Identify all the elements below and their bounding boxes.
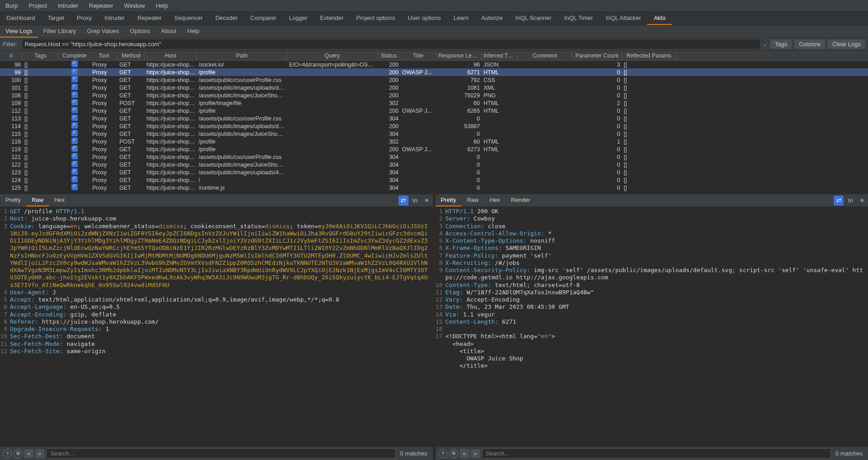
col-comment[interactable]: Comment: [518, 52, 572, 60]
subtab-grep-values[interactable]: Grep Values: [81, 25, 124, 38]
col-inferred-type[interactable]: Inferred Type: [482, 52, 518, 60]
clear-logs-button[interactable]: Clear Logs: [828, 39, 865, 49]
table-body[interactable]: 98 [] Proxy GET https://juice-shop.... /…: [0, 61, 868, 192]
next-match-button[interactable]: >: [35, 449, 44, 458]
col-complete[interactable]: Complete: [59, 52, 90, 60]
pane-tab-raw[interactable]: Raw: [26, 194, 49, 206]
gear-icon[interactable]: ⚙: [14, 449, 23, 458]
response-editor[interactable]: 1HTTP/1.1 200 OK2Server: Cowboy3Connecti…: [436, 207, 868, 446]
request-editor[interactable]: 1GET /profile HTTP/1.12Host: juice-shop.…: [0, 207, 433, 446]
tab-repeater[interactable]: Repeater: [131, 12, 168, 25]
gear-icon[interactable]: ⚙: [449, 449, 458, 458]
col--[interactable]: #: [0, 52, 23, 60]
menu-intruder[interactable]: Intruder: [56, 1, 80, 10]
response-search-input[interactable]: Search...: [482, 448, 831, 459]
menu-window[interactable]: Window: [122, 1, 147, 10]
response-tabs: PrettyRawHexRender ⇄ \n ≡: [436, 194, 868, 207]
code-line: 17<!DOCTYPE html><html lang="en">: [436, 333, 868, 340]
menu-repeater[interactable]: Repeater: [87, 1, 115, 10]
col-status[interactable]: Status: [378, 52, 400, 60]
pane-tab-raw[interactable]: Raw: [461, 194, 484, 206]
table-row[interactable]: 106 [] Proxy GET https://juice-shop.... …: [0, 91, 868, 99]
tab-inql-timer[interactable]: InQL Timer: [558, 12, 599, 25]
checkbox-icon: [71, 153, 78, 159]
pane-tab-hex[interactable]: Hex: [49, 194, 70, 206]
subtab-options[interactable]: Options: [124, 25, 156, 38]
table-row[interactable]: 119 [] Proxy GET https://juice-shop.... …: [0, 145, 868, 153]
table-row[interactable]: 100 [] Proxy GET https://juice-shop.... …: [0, 76, 868, 84]
next-match-button[interactable]: >: [471, 449, 480, 458]
tab-proxy[interactable]: Proxy: [71, 12, 98, 25]
tab-project-options[interactable]: Project options: [350, 12, 402, 25]
pane-tab-pretty[interactable]: Pretty: [436, 194, 462, 206]
checkbox-icon: [71, 68, 78, 75]
tab-learn[interactable]: Learn: [447, 12, 475, 25]
tab-target[interactable]: Target: [42, 12, 71, 25]
tab-akto[interactable]: Akto: [647, 12, 672, 25]
tags-button[interactable]: Tags: [770, 39, 792, 49]
request-search-input[interactable]: Search...: [46, 448, 396, 459]
table-row[interactable]: 123 [] Proxy GET https://juice-shop.... …: [0, 168, 868, 176]
tab-intruder[interactable]: Intruder: [98, 12, 131, 25]
colorize-button[interactable]: Colorize: [794, 39, 825, 49]
table-row[interactable]: 101 [] Proxy GET https://juice-shop.... …: [0, 84, 868, 91]
hamburger-icon[interactable]: ≡: [857, 196, 867, 206]
tab-user-options[interactable]: User options: [402, 12, 447, 25]
menu-project[interactable]: Project: [27, 1, 48, 10]
col-response-length[interactable]: Response Length: [436, 52, 482, 60]
tab-inql-attacker[interactable]: InQL Attacker: [599, 12, 647, 25]
col-parameter-count[interactable]: Parameter Count: [572, 52, 622, 60]
table-row[interactable]: 124 [] Proxy GET https://juice-shop.... …: [0, 176, 868, 184]
col-query[interactable]: Query: [287, 52, 378, 60]
table-row[interactable]: 121 [] Proxy GET https://juice-shop.... …: [0, 153, 868, 161]
tab-decoder[interactable]: Decoder: [209, 12, 244, 25]
actions-icon[interactable]: ⇄: [398, 196, 408, 206]
pane-tab-pretty[interactable]: Pretty: [0, 194, 26, 206]
tab-extender[interactable]: Extender: [314, 12, 350, 25]
col-path[interactable]: Path: [197, 52, 287, 60]
help-icon[interactable]: ?: [3, 449, 12, 458]
request-bottom-bar: ? ⚙ < > Search... 0 matches: [0, 446, 433, 460]
newline-icon[interactable]: \n: [410, 196, 420, 206]
table-row[interactable]: 122 [] Proxy GET https://juice-shop.... …: [0, 161, 868, 168]
tab-comparer[interactable]: Comparer: [244, 12, 283, 25]
subtab-help[interactable]: Help: [182, 25, 205, 38]
actions-icon[interactable]: ⇄: [834, 196, 844, 206]
col-title[interactable]: Title: [400, 52, 436, 60]
request-tabs: PrettyRawHex ⇄ \n ≡: [0, 194, 433, 207]
col-tags[interactable]: Tags: [23, 52, 59, 60]
checkbox-icon: [71, 184, 78, 190]
filter-input[interactable]: Request.Host == "https://juice-shop.hero…: [22, 39, 760, 49]
tab-dashboard[interactable]: Dashboard: [0, 12, 42, 25]
prev-match-button[interactable]: <: [24, 449, 33, 458]
prev-match-button[interactable]: <: [460, 449, 469, 458]
menu-help[interactable]: Help: [154, 1, 170, 10]
table-row[interactable]: 118 [] Proxy POST https://juice-shop....…: [0, 138, 868, 145]
help-icon[interactable]: ?: [438, 449, 447, 458]
table-row[interactable]: 115 [] Proxy GET https://juice-shop.... …: [0, 130, 868, 138]
table-row[interactable]: 99 [] Proxy GET https://juice-shop.... /…: [0, 68, 868, 76]
table-row[interactable]: 113 [] Proxy GET https://juice-shop.... …: [0, 115, 868, 122]
hamburger-icon[interactable]: ≡: [422, 196, 432, 206]
col-method[interactable]: Method: [118, 52, 145, 60]
subtab-filter-library[interactable]: Filter Library: [38, 25, 81, 38]
table-row[interactable]: 98 [] Proxy GET https://juice-shop.... /…: [0, 61, 868, 68]
table-row[interactable]: 114 [] Proxy GET https://juice-shop.... …: [0, 122, 868, 130]
tab-inql-scanner[interactable]: InQL Scanner: [509, 12, 558, 25]
tab-autorize[interactable]: Autorize: [475, 12, 509, 25]
code-line: 10Sec-Fetch-Dest: document: [0, 333, 433, 340]
newline-icon[interactable]: \n: [845, 196, 855, 206]
filter-dropdown-icon[interactable]: ⌄: [763, 41, 768, 48]
col-reflected-params[interactable]: Reflected Params: [622, 52, 676, 60]
tab-sequencer[interactable]: Sequencer: [168, 12, 209, 25]
col-tool[interactable]: Tool: [90, 52, 118, 60]
subtab-about[interactable]: About: [156, 25, 182, 38]
tab-logger[interactable]: Logger: [283, 12, 313, 25]
menu-burp[interactable]: Burp: [4, 1, 19, 10]
table-row[interactable]: 109 [] Proxy POST https://juice-shop....…: [0, 99, 868, 107]
pane-tab-hex[interactable]: Hex: [484, 194, 505, 206]
pane-tab-render[interactable]: Render: [506, 194, 536, 206]
subtab-view-logs[interactable]: View Logs: [0, 25, 38, 38]
table-row[interactable]: 112 [] Proxy GET https://juice-shop.... …: [0, 107, 868, 115]
col-host[interactable]: Host: [145, 52, 197, 60]
